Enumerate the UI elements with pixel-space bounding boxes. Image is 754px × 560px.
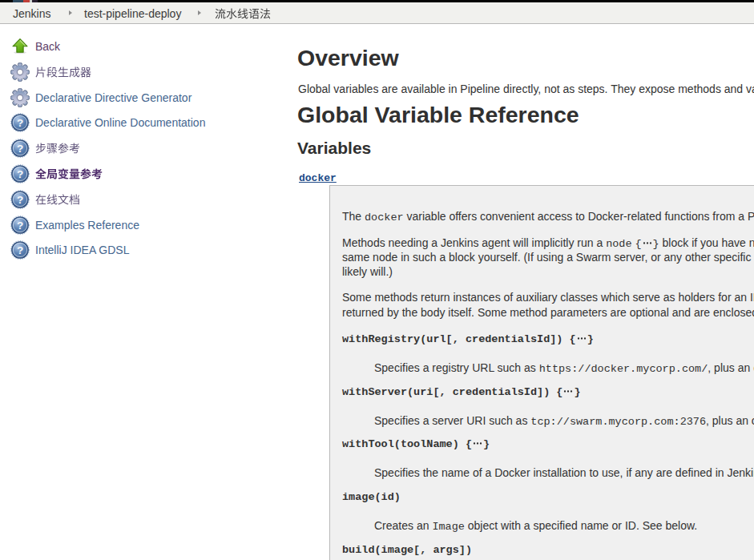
svg-text:?: ? bbox=[17, 194, 23, 206]
svg-text:?: ? bbox=[17, 143, 23, 155]
svg-text:?: ? bbox=[17, 244, 23, 256]
svg-text:?: ? bbox=[17, 117, 23, 129]
svg-text:?: ? bbox=[17, 220, 23, 232]
svg-text:?: ? bbox=[17, 168, 23, 180]
